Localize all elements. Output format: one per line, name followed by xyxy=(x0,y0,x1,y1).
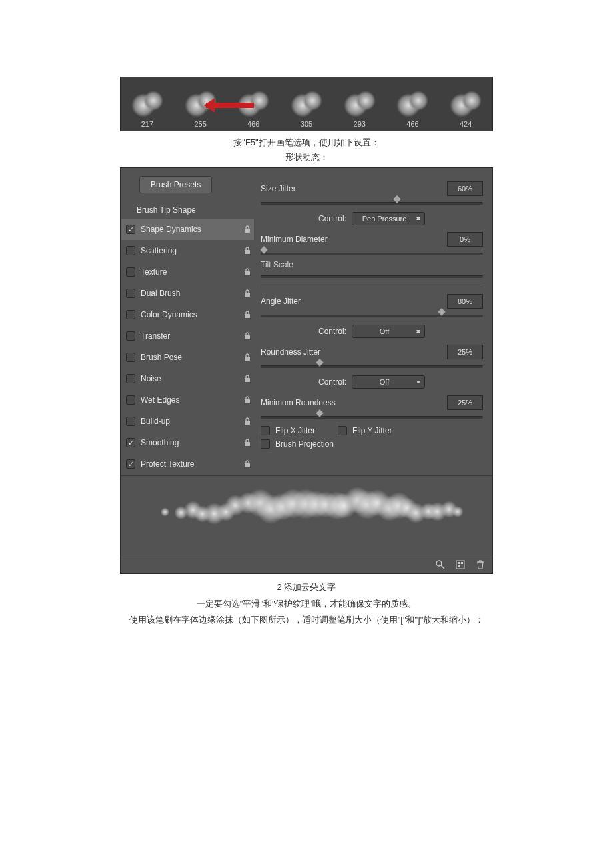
checkbox[interactable] xyxy=(126,225,135,234)
step-note-1: 一定要勾选"平滑"和"保护纹理"哦，才能确保文字的质感。 xyxy=(0,596,613,613)
flip-y-label: Flip Y Jitter xyxy=(352,426,392,435)
step-heading: 2 添加云朵文字 xyxy=(0,579,613,596)
option-brush-pose[interactable]: Brush Pose xyxy=(121,347,254,368)
brush-size-label: 466 xyxy=(247,120,259,128)
lock-icon[interactable] xyxy=(241,460,254,468)
new-preset-icon[interactable] xyxy=(455,559,466,570)
option-color-dynamics[interactable]: Color Dynamics xyxy=(121,304,254,325)
size-jitter-value[interactable]: 60% xyxy=(447,181,483,196)
option-wet-edges[interactable]: Wet Edges xyxy=(121,389,254,411)
brush-thumbnail[interactable]: 293 xyxy=(333,77,386,131)
option-label: Dual Brush xyxy=(141,289,241,298)
size-jitter-label: Size Jitter xyxy=(261,184,447,193)
svg-rect-3 xyxy=(245,293,250,297)
roundness-jitter-control-dropdown[interactable]: Off xyxy=(352,375,425,389)
svg-rect-16 xyxy=(461,562,463,564)
option-label: Build-up xyxy=(141,417,241,426)
brush-thumbnail[interactable]: 305 xyxy=(280,77,333,131)
option-label: Color Dynamics xyxy=(141,310,241,319)
brush-thumbnail[interactable]: 217 xyxy=(121,77,174,131)
panel-footer xyxy=(121,555,492,573)
roundness-jitter-slider[interactable] xyxy=(261,362,483,371)
shape-dynamics-settings: Size Jitter 60% Control: Pen Pressure Mi… xyxy=(254,168,492,475)
option-label: Noise xyxy=(141,374,241,383)
min-diameter-slider[interactable] xyxy=(261,249,483,259)
svg-rect-6 xyxy=(245,357,250,361)
angle-jitter-control-dropdown[interactable]: Off xyxy=(352,325,425,338)
svg-rect-1 xyxy=(245,250,250,254)
lock-icon[interactable] xyxy=(241,289,254,297)
min-roundness-value[interactable]: 25% xyxy=(447,395,483,410)
brush-projection-checkbox[interactable] xyxy=(261,439,270,449)
angle-jitter-slider[interactable] xyxy=(261,311,483,321)
lock-icon[interactable] xyxy=(241,396,254,404)
caption-line1: 按"F5"打开画笔选项，使用如下设置： xyxy=(0,137,613,149)
option-label: Protect Texture xyxy=(141,459,241,469)
checkbox[interactable] xyxy=(126,246,135,255)
flip-x-checkbox[interactable] xyxy=(261,426,270,435)
toggle-icon[interactable] xyxy=(435,559,446,570)
lock-icon[interactable] xyxy=(241,311,254,319)
brush-thumbnail[interactable]: 466 xyxy=(386,77,440,131)
lock-icon[interactable] xyxy=(241,247,254,255)
lock-icon[interactable] xyxy=(241,353,254,361)
lock-icon[interactable] xyxy=(241,332,254,340)
lock-icon[interactable] xyxy=(241,225,254,233)
flip-y-checkbox[interactable] xyxy=(338,426,347,435)
min-diameter-label: Minimum Diameter xyxy=(261,235,447,244)
option-noise[interactable]: Noise xyxy=(121,368,254,389)
checkbox[interactable] xyxy=(126,374,135,383)
caption-line2: 形状动态： xyxy=(0,151,613,163)
flip-x-label: Flip X Jitter xyxy=(275,426,315,435)
option-dual-brush[interactable]: Dual Brush xyxy=(121,283,254,304)
brush-projection-label: Brush Projection xyxy=(275,439,334,449)
roundness-jitter-value[interactable]: 25% xyxy=(447,345,483,359)
size-jitter-slider[interactable] xyxy=(261,199,483,208)
option-texture[interactable]: Texture xyxy=(121,261,254,283)
brush-preview xyxy=(121,475,492,555)
lock-icon[interactable] xyxy=(241,417,254,425)
option-transfer[interactable]: Transfer xyxy=(121,325,254,347)
control-label: Control: xyxy=(318,327,346,336)
svg-rect-2 xyxy=(245,271,250,275)
lock-icon[interactable] xyxy=(241,268,254,276)
brush-tip-shape[interactable]: Brush Tip Shape xyxy=(121,201,254,219)
option-smoothing[interactable]: Smoothing xyxy=(121,432,254,453)
svg-point-12 xyxy=(436,561,442,566)
checkbox[interactable] xyxy=(126,289,135,298)
checkbox[interactable] xyxy=(126,395,135,405)
size-jitter-control-dropdown[interactable]: Pen Pressure xyxy=(352,212,425,225)
min-roundness-slider[interactable] xyxy=(261,413,483,422)
brush-size-label: 305 xyxy=(301,120,312,128)
checkbox[interactable] xyxy=(126,438,135,447)
brush-size-label: 293 xyxy=(354,120,366,128)
option-shape-dynamics[interactable]: Shape Dynamics xyxy=(121,219,254,240)
checkbox[interactable] xyxy=(126,267,135,277)
option-label: Texture xyxy=(141,267,241,277)
checkbox[interactable] xyxy=(126,417,135,426)
option-label: Brush Pose xyxy=(141,353,241,362)
svg-rect-17 xyxy=(458,565,460,567)
svg-rect-5 xyxy=(245,335,250,339)
brush-presets-button[interactable]: Brush Presets xyxy=(139,176,212,193)
trash-icon[interactable] xyxy=(475,559,486,570)
brush-thumbnail[interactable]: 424 xyxy=(439,77,492,131)
option-label: Shape Dynamics xyxy=(141,225,241,234)
brush-options-list: Brush Presets Brush Tip Shape Shape Dyna… xyxy=(121,168,254,475)
min-diameter-value[interactable]: 0% xyxy=(447,232,483,247)
svg-rect-4 xyxy=(245,314,250,318)
option-scattering[interactable]: Scattering xyxy=(121,240,254,261)
option-protect-texture[interactable]: Protect Texture xyxy=(121,453,254,475)
checkbox[interactable] xyxy=(126,353,135,362)
option-build-up[interactable]: Build-up xyxy=(121,411,254,432)
option-label: Smoothing xyxy=(141,438,241,447)
lock-icon[interactable] xyxy=(241,375,254,383)
svg-line-13 xyxy=(441,565,444,569)
checkbox[interactable] xyxy=(126,310,135,319)
roundness-jitter-label: Roundness Jitter xyxy=(261,347,447,357)
checkbox[interactable] xyxy=(126,459,135,469)
lock-icon[interactable] xyxy=(241,439,254,447)
checkbox[interactable] xyxy=(126,331,135,341)
angle-jitter-value[interactable]: 80% xyxy=(447,294,483,309)
tilt-scale-slider[interactable] xyxy=(261,272,483,281)
